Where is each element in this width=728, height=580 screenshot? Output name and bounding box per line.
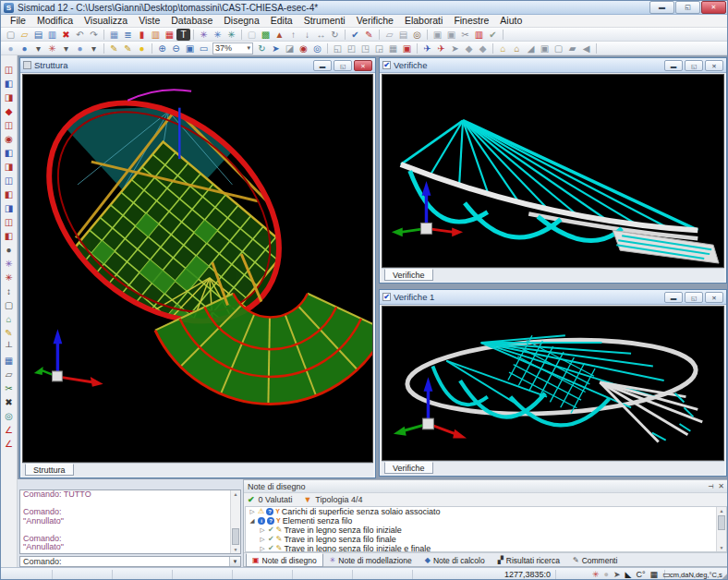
pin-icon[interactable]: T	[707, 484, 715, 489]
snap-star-dropdown[interactable]: ▾	[59, 42, 73, 54]
save-icon[interactable]: ▤	[31, 29, 45, 41]
tile-4-icon[interactable]: ◲	[372, 42, 386, 54]
check-blue-icon[interactable]: ✔	[348, 29, 362, 41]
plate-tool-icon[interactable]: ◧	[2, 146, 16, 160]
ghost-1-icon[interactable]: ◆	[462, 42, 476, 54]
grid-mode-icon[interactable]: ▦	[650, 569, 659, 580]
scroll-down-icon[interactable]: ▼	[717, 544, 726, 551]
tree-expander-icon[interactable]: ◢	[249, 516, 256, 526]
tile-2-icon[interactable]: ◰	[345, 42, 358, 54]
wall-tool-icon[interactable]: ◆	[2, 104, 16, 118]
zoom-window-icon[interactable]: ▣	[183, 42, 197, 54]
save-all-icon[interactable]: ▥	[45, 29, 59, 41]
joint-tool-icon[interactable]: ↕	[2, 284, 16, 298]
tree-row[interactable]: ▷✔✎Trave in legno senza filo iniziale	[246, 526, 726, 535]
command-history-dropdown[interactable]: ▼	[229, 557, 240, 566]
pile-tool-icon[interactable]: ◨	[2, 201, 16, 215]
menu-modifica[interactable]: Modifica	[31, 15, 79, 27]
rotate-icon[interactable]: ↻	[328, 29, 342, 41]
combo-dropdown-icon[interactable]: ▾	[247, 44, 250, 52]
zoom-level-combo[interactable]: 37%▾	[212, 42, 253, 54]
menu-database[interactable]: Database	[165, 15, 218, 27]
number-tool-icon[interactable]: ▢	[2, 298, 16, 312]
scroll-down-icon[interactable]: ▼	[231, 546, 240, 553]
text-style-icon[interactable]: T	[176, 29, 190, 41]
dim-1-tool-icon[interactable]: ∠	[2, 423, 16, 437]
truss-tool-icon[interactable]: ◫	[2, 118, 16, 132]
tools-icon[interactable]: ✂	[458, 29, 472, 41]
tab-commenti[interactable]: ✎Commenti	[566, 553, 624, 567]
delete-icon[interactable]: ✖	[59, 29, 73, 41]
verifiche-minimize-button[interactable]: ▬	[664, 60, 683, 71]
verifiche-maximize-button[interactable]: ◱	[685, 60, 703, 71]
menu-elaborati[interactable]: Elaborati	[399, 15, 448, 27]
struttura-titlebar[interactable]: Struttura ▬ ◱ ✕	[20, 58, 375, 73]
resize-grip[interactable]: ◢	[721, 570, 728, 580]
redo-icon[interactable]: ↷	[87, 29, 101, 41]
zoom-in-icon[interactable]: ⊕	[155, 42, 169, 54]
spring-tool-icon[interactable]: ✳	[2, 271, 16, 284]
cursor-mode-icon[interactable]: ➤	[613, 569, 621, 580]
house-tool-icon[interactable]: ⌂	[2, 312, 16, 326]
fly-2-icon[interactable]: ✈	[434, 42, 448, 54]
snap-indicator-icon[interactable]: ✳	[592, 569, 600, 580]
tree-row[interactable]: ▷✔✎Trave in legno senza filo iniziale e …	[246, 544, 726, 552]
zoom-out-icon[interactable]: ⊖	[169, 42, 183, 54]
menu-visualizza[interactable]: Visualizza	[79, 15, 133, 27]
tree-row[interactable]: ◢i?YElementi senza filo	[246, 516, 726, 526]
copy-tool-icon[interactable]: ▱	[2, 368, 16, 381]
comb-red-icon[interactable]: ▥	[472, 29, 486, 41]
tab-note-di-modellazione[interactable]: ✳Note di modellazione	[323, 553, 419, 567]
block-2-icon[interactable]: ▣	[444, 29, 458, 41]
tab-note-di-calcolo[interactable]: ◆Note di calcolo	[419, 553, 491, 567]
dim-2-tool-icon[interactable]: ∠	[2, 437, 16, 451]
search-tool-icon[interactable]: ◎	[2, 409, 16, 423]
wind-tool-icon[interactable]: ◧	[2, 229, 16, 243]
column-tool-icon[interactable]: ◨	[2, 91, 16, 104]
tab-note-di-disegno[interactable]: ▣Note di disegno	[246, 553, 323, 567]
verifiche1-minimize-button[interactable]: ▬	[664, 292, 683, 303]
speaker-icon[interactable]: ◀	[579, 42, 593, 54]
grid-red-icon[interactable]: ▦	[163, 29, 176, 41]
x-tool-icon[interactable]: ✖	[2, 395, 16, 409]
load-tool-icon[interactable]: ●	[2, 243, 16, 257]
struttura-close-button[interactable]: ✕	[354, 60, 372, 71]
notes-tree[interactable]: ▷⚠?YCarichi di superficie senza solaio a…	[245, 506, 727, 552]
scroll-up-icon[interactable]: ▲	[717, 507, 726, 514]
house-2-icon[interactable]: ⌂	[510, 42, 524, 54]
verifiche-titlebar[interactable]: ✔ Verifiche ▬ ◱ ✕	[380, 58, 726, 73]
tile-3-icon[interactable]: ◳	[358, 42, 372, 54]
flip-icon[interactable]: ↔	[314, 29, 328, 41]
close-button[interactable]: ✕	[701, 1, 726, 14]
column-icon[interactable]: ▮	[135, 29, 149, 41]
photo-icon[interactable]: ▣	[538, 42, 552, 54]
table-tool-icon[interactable]: ▦	[2, 354, 16, 368]
menu-edita[interactable]: Edita	[265, 15, 298, 27]
house-1-icon[interactable]: ⌂	[496, 42, 510, 54]
struttura-canvas[interactable]	[22, 74, 373, 463]
frame-icon[interactable]: ▢	[552, 42, 565, 54]
undo-icon[interactable]: ↶	[73, 29, 87, 41]
sphere-icon[interactable]: ●	[4, 42, 18, 54]
menu-viste[interactable]: Viste	[133, 15, 165, 27]
snap-point-dropdown[interactable]: ▾	[31, 42, 45, 54]
command-log[interactable]: Comando: TUTTO Comando:"Annullato" Coman…	[19, 489, 241, 554]
pillar-icon[interactable]: ▲	[273, 29, 286, 41]
funnel-icon[interactable]: ▼	[303, 495, 311, 504]
snap-ghost-icon[interactable]: ●	[73, 42, 87, 54]
tree-expander-icon[interactable]: ▷	[259, 535, 266, 544]
render-2-icon[interactable]: ✳	[211, 29, 224, 41]
zoom-extents-icon[interactable]: ▭	[197, 42, 211, 54]
menu-finestre[interactable]: Finestre	[448, 15, 494, 27]
close-panel-icon[interactable]: ✕	[718, 482, 724, 490]
slab-tool-icon[interactable]: ◨	[2, 160, 16, 174]
clip-1-icon[interactable]: ✎	[107, 42, 121, 54]
node-tool-icon[interactable]: ◫	[2, 63, 16, 77]
lamp-indicator-icon[interactable]: ●	[604, 569, 609, 580]
mesh-green-icon[interactable]: ▩	[259, 29, 273, 41]
check-gray-icon[interactable]: ✔	[486, 29, 500, 41]
verifiche1-close-button[interactable]: ✕	[705, 292, 723, 303]
render-1-icon[interactable]: ✳	[197, 29, 211, 41]
verifiche-close-button[interactable]: ✕	[705, 60, 723, 71]
tree-expander-icon[interactable]: ▷	[259, 544, 266, 552]
